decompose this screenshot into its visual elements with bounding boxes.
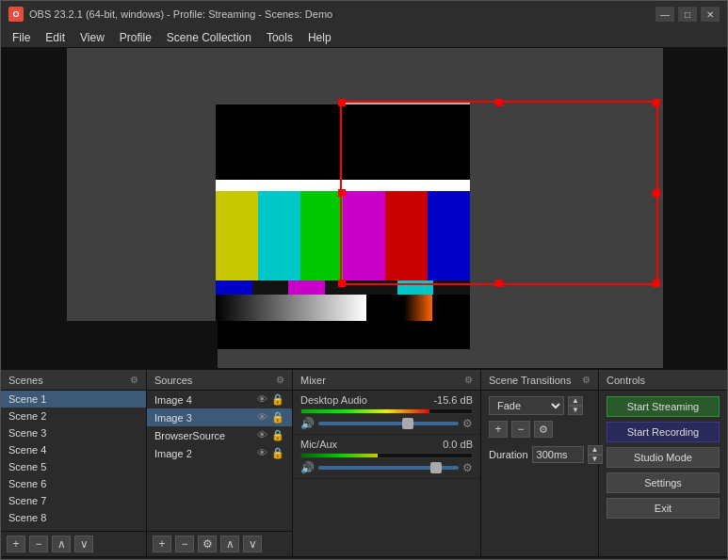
duration-row: Duration ▲ ▼ [489,445,590,464]
source-lock-icon[interactable]: 🔒 [271,429,284,441]
mixer-channel-mic: Mic/Aux 0.0 dB 🔊 ⚙ [293,435,480,479]
menu-tools[interactable]: Tools [259,29,300,46]
source-lock-icon[interactable]: 🔒 [271,447,284,459]
window-title: OBS 23.2.1 (64-bit, windows) - Profile: … [29,8,655,20]
close-button[interactable]: ✕ [701,7,720,22]
mic-aux-settings-icon[interactable]: ⚙ [462,461,473,474]
source-down-button[interactable]: ∨ [243,536,262,552]
mixer-channels: Desktop Audio -15.6 dB 🔊 ⚙ Mic/Aux [293,391,480,556]
scenes-config-icon[interactable]: ⚙ [130,375,138,385]
controls-panel-header: Controls [599,370,727,391]
preview-canvas[interactable] [1,48,728,368]
minimize-button[interactable]: — [655,7,674,22]
desktop-audio-vol-icon[interactable]: 🔊 [300,417,315,430]
controls-panel: Controls Start Streaming Start Recording… [599,370,727,556]
scene-item[interactable]: Scene 4 [1,441,146,458]
settings-button[interactable]: Settings [607,472,720,493]
scene-item[interactable]: Scene 1 [1,391,146,408]
scenes-panel: Scenes ⚙ Scene 1 Scene 2 Scene 3 Scene 4… [1,370,147,556]
menu-profile[interactable]: Profile [112,29,159,46]
transition-settings-button[interactable]: ⚙ [534,421,553,438]
source-item[interactable]: Image 2 👁 🔒 [147,444,292,462]
mixer-panel: Mixer ⚙ Desktop Audio -15.6 dB 🔊 ⚙ [293,370,481,556]
source-lock-icon[interactable]: 🔒 [271,411,284,424]
transitions-content: Fade ▲ ▼ + − ⚙ Duration ▲ ▼ [481,391,598,470]
remove-scene-button[interactable]: − [29,536,48,552]
transition-spin-up[interactable]: ▲ [568,396,583,406]
add-transition-button[interactable]: + [489,421,508,438]
mic-aux-vol-icon[interactable]: 🔊 [300,461,315,474]
source-label: Image 2 [154,448,192,459]
source-eye-icon[interactable]: 👁 [257,411,267,424]
sources-config-icon[interactable]: ⚙ [276,375,284,385]
maximize-button[interactable]: □ [678,7,697,22]
scene-item[interactable]: Scene 6 [1,475,146,492]
transitions-config-icon[interactable]: ⚙ [582,375,590,385]
source-item[interactable]: BrowserSource 👁 🔒 [147,426,292,444]
source-list: Image 4 👁 🔒 Image 3 👁 🔒 BrowserSource 👁 … [147,391,292,531]
source-eye-icon[interactable]: 👁 [257,429,267,441]
transitions-title: Scene Transitions [489,375,571,386]
menu-file[interactable]: File [5,29,38,46]
source-label: Image 4 [154,394,192,406]
menu-view[interactable]: View [73,29,112,46]
scenes-footer: + − ∧ ∨ [1,531,146,556]
duration-input[interactable] [532,446,584,463]
transition-spin-down[interactable]: ▼ [568,406,583,415]
add-source-button[interactable]: + [153,536,171,552]
menu-edit[interactable]: Edit [38,29,73,46]
source-settings-button[interactable]: ⚙ [198,536,217,552]
desktop-audio-fader[interactable] [318,422,459,425]
exit-button[interactable]: Exit [607,498,720,519]
app-icon: O [8,7,24,22]
source-up-button[interactable]: ∧ [220,536,239,552]
mic-aux-db: 0.0 dB [443,439,473,450]
fader-thumb[interactable] [430,462,442,473]
sources-panel-header: Sources ⚙ [147,370,292,391]
scene-item[interactable]: Scene 5 [1,458,146,475]
scene-item[interactable]: Scene 7 [1,492,146,509]
source-eye-icon[interactable]: 👁 [257,393,267,406]
mic-aux-fader[interactable] [318,466,459,470]
window-controls: — □ ✕ [655,7,720,22]
menu-help[interactable]: Help [300,29,339,46]
desktop-audio-settings-icon[interactable]: ⚙ [462,417,473,430]
mixer-channel-desktop: Desktop Audio -15.6 dB 🔊 ⚙ [293,391,480,435]
scene-list: Scene 1 Scene 2 Scene 3 Scene 4 Scene 5 … [1,391,146,531]
sources-footer: + − ⚙ ∧ ∨ [147,531,292,556]
remove-transition-button[interactable]: − [511,421,530,438]
studio-mode-button[interactable]: Studio Mode [607,447,720,468]
source-item[interactable]: Image 4 👁 🔒 [147,391,292,408]
source-eye-icon[interactable]: 👁 [257,447,267,459]
menu-bar: File Edit View Profile Scene Collection … [1,27,727,48]
controls-content: Start Streaming Start Recording Studio M… [599,391,727,524]
mic-aux-fader-row: 🔊 ⚙ [300,461,473,474]
source-item[interactable]: Image 3 👁 🔒 [147,408,292,426]
scenes-title: Scenes [8,375,43,386]
scene-down-button[interactable]: ∨ [74,536,93,552]
transition-type-row: Fade ▲ ▼ [489,396,590,415]
transition-spin-buttons: ▲ ▼ [568,396,583,415]
scene-item[interactable]: Scene 8 [1,509,146,526]
title-bar: O OBS 23.2.1 (64-bit, windows) - Profile… [1,1,727,27]
add-scene-button[interactable]: + [7,536,25,552]
mixer-config-icon[interactable]: ⚙ [464,375,473,385]
menu-scene-collection[interactable]: Scene Collection [159,29,259,46]
source-lock-icon[interactable]: 🔒 [271,393,284,406]
start-recording-button[interactable]: Start Recording [607,422,720,442]
source-label: Image 3 [154,412,192,424]
scene-item[interactable]: Scene 3 [1,424,146,441]
remove-source-button[interactable]: − [175,536,194,552]
transition-type-select[interactable]: Fade [489,396,564,415]
transition-controls-row: + − ⚙ [489,421,590,438]
bottom-panels: Scenes ⚙ Scene 1 Scene 2 Scene 3 Scene 4… [1,368,727,556]
start-streaming-button[interactable]: Start Streaming [607,396,720,417]
mic-aux-meter [300,453,473,458]
desktop-audio-db: -15.6 dB [433,394,473,406]
desktop-audio-meter-fill [301,409,429,413]
scene-item[interactable]: Scene 2 [1,408,146,424]
fader-thumb[interactable] [402,418,413,429]
scene-up-button[interactable]: ∧ [52,536,71,552]
source-label: BrowserSource [154,430,225,441]
status-bar: LIVE: 00:00:00 REC: 00:00:00 CPU: 0.8%, … [1,556,727,560]
